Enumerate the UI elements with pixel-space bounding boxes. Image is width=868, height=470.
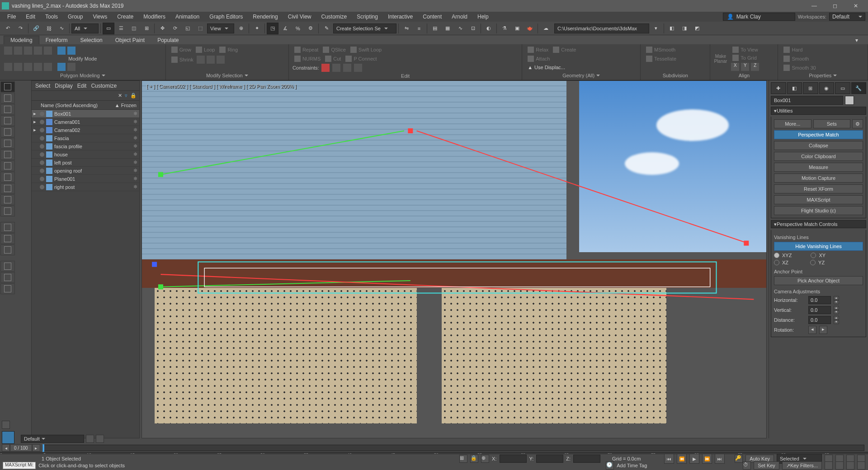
maximize-button[interactable]: ◻ (825, 0, 845, 12)
radio-xyz[interactable] (774, 253, 779, 258)
manip-button[interactable]: ✦ (251, 23, 263, 34)
preview-toggle-c[interactable] (57, 62, 66, 71)
msmooth-button[interactable]: MSmooth (644, 46, 677, 53)
render-frame-button[interactable]: ▣ (511, 23, 523, 34)
repeat-button[interactable]: Repeat (292, 46, 320, 53)
viewport[interactable]: [ + ] [ Camera002 ] [ Standard ] [ Wiref… (142, 80, 767, 438)
scene-tab-display[interactable]: Display (55, 83, 72, 89)
scene-close-icon[interactable]: ✕ (118, 93, 122, 99)
ribbon-tab-selection[interactable]: Selection (74, 36, 108, 44)
scene-item-box001[interactable]: ▸Box001❄ (32, 110, 139, 118)
frozen-icon[interactable]: ❄ (133, 119, 137, 125)
scene-item-camera001[interactable]: ▸Camera001❄ (32, 118, 139, 126)
viewport-label[interactable]: [ + ] [ Camera002 ] [ Standard ] [ Wiref… (146, 84, 297, 89)
timeslider-thumb[interactable] (42, 444, 44, 452)
group-modifysel[interactable]: Modify Selection (170, 72, 285, 78)
left-btn4[interactable] (0, 115, 15, 126)
layer-dropdown[interactable]: Default (21, 435, 84, 443)
scene-item-plane001[interactable]: Plane001❄ (32, 175, 139, 183)
polymod-btn5[interactable] (43, 62, 52, 71)
hide-vanishing-button[interactable]: Hide Vanishing Lines (774, 242, 863, 251)
preview-toggle-b[interactable] (67, 46, 76, 55)
move-button[interactable]: ✥ (156, 23, 168, 34)
menu-tools[interactable]: Tools (41, 13, 62, 21)
undo-button[interactable]: ↶ (2, 23, 14, 34)
reset-xform-button[interactable]: Reset XForm (774, 184, 863, 193)
frozen-icon[interactable]: ❄ (133, 127, 137, 133)
menu-create[interactable]: Create (113, 13, 138, 21)
horiz-spinner[interactable]: 0.0 (808, 296, 831, 304)
menu-file[interactable]: File (3, 13, 20, 21)
menu-help[interactable]: Help (473, 13, 493, 21)
align-z[interactable]: Z (750, 62, 760, 71)
ribbon-tab-modeling[interactable]: Modeling (4, 36, 39, 44)
create-button[interactable]: Create (551, 46, 578, 53)
frozen-icon[interactable]: ❄ (133, 135, 137, 141)
frozen-icon[interactable]: ❄ (133, 168, 137, 174)
ref-coord-dropdown[interactable]: View (207, 24, 234, 33)
menu-animation[interactable]: Animation (171, 13, 204, 21)
left-btn15[interactable] (0, 244, 15, 255)
left-btn16[interactable] (0, 261, 15, 272)
tb-extra1[interactable]: ◧ (666, 23, 678, 34)
maxscript-listener[interactable]: MAXScript Mi: (3, 462, 36, 469)
dist-spinner[interactable]: 0.0 (808, 316, 831, 324)
viewport-layout-prev[interactable] (2, 421, 10, 429)
timeslider-next[interactable]: ▸ (32, 444, 40, 451)
constraint-none[interactable] (321, 63, 330, 72)
polymod-btn2[interactable] (14, 62, 23, 71)
flight-studio-button[interactable]: Flight Studio (c) (774, 206, 863, 215)
frozen-icon[interactable]: ❄ (133, 143, 137, 149)
nav-6[interactable] (835, 461, 844, 470)
redo-button[interactable]: ↷ (14, 23, 26, 34)
sets-button[interactable]: Sets (813, 119, 851, 128)
nav-8[interactable] (857, 461, 865, 470)
smooth30-button[interactable]: Smooth 30 (782, 64, 817, 71)
frozen-icon[interactable]: ❄ (133, 176, 137, 182)
scene-item-fascia[interactable]: Fascia❄ (32, 134, 139, 142)
horiz-dn[interactable]: ▾ (834, 300, 839, 304)
group-polymodeling[interactable]: Polygon Modeling (4, 72, 162, 78)
nav-7[interactable] (846, 461, 854, 470)
link-button[interactable]: 🔗 (30, 23, 42, 34)
scene-lock-icon[interactable]: 🔒 (130, 93, 137, 99)
pconnect-button[interactable]: P Connect (344, 55, 378, 62)
shrink-button[interactable]: Shrink (170, 55, 195, 64)
bind-button[interactable]: ∿ (56, 23, 67, 34)
maxscript-button[interactable]: MAXScript (774, 195, 863, 204)
menu-content[interactable]: Content (418, 13, 446, 21)
polymod-btn4[interactable] (33, 62, 42, 71)
modsel-extra3[interactable] (216, 55, 225, 64)
color-clipboard-button[interactable]: Color Clipboard (774, 152, 863, 161)
unlink-button[interactable]: ⛓ (43, 23, 55, 34)
relax-button[interactable]: Relax (526, 46, 550, 53)
workspace-dropdown[interactable]: Default (829, 13, 865, 21)
perspective-match-button[interactable]: Perspective Match (774, 130, 863, 139)
snap-toggle[interactable]: ◳ (267, 23, 278, 34)
measure-button[interactable]: Measure (774, 163, 863, 172)
user-signin[interactable]: 👤 Mark Clay (723, 13, 795, 21)
dist-up[interactable]: ▴ (834, 316, 839, 320)
smooth-button[interactable]: Smooth (782, 55, 811, 62)
mirror-button[interactable]: ⇋ (401, 23, 412, 34)
curve-editor-button[interactable]: ∿ (454, 23, 466, 34)
ribbon-tab-populate[interactable]: Populate (151, 36, 185, 44)
cp-motion-tab[interactable]: ◉ (819, 82, 835, 94)
preview-toggle-d[interactable] (67, 62, 76, 71)
object-name-field[interactable]: Box001 (771, 96, 843, 105)
frozen-icon[interactable]: ❄ (133, 160, 137, 165)
menu-customize[interactable]: Customize (317, 13, 352, 21)
polymod-btn3[interactable] (24, 62, 33, 71)
scene-item-opening roof[interactable]: opening roof❄ (32, 167, 139, 175)
scale-button[interactable]: ◱ (182, 23, 193, 34)
subobj-element[interactable] (43, 46, 52, 55)
timeslider-track[interactable] (42, 445, 864, 451)
menu-views[interactable]: Views (88, 13, 112, 21)
angle-snap[interactable]: ∡ (279, 23, 291, 34)
rollout-persp-match[interactable]: ▾ Perspective Match Controls (771, 220, 866, 228)
path-drop-button[interactable]: ▾ (650, 23, 662, 34)
add-time-tag[interactable]: Add Time Tag (617, 463, 647, 468)
layer-btn2[interactable] (96, 435, 104, 443)
minimize-button[interactable]: ― (804, 0, 825, 12)
select-region-rect[interactable]: ◫ (128, 23, 140, 34)
